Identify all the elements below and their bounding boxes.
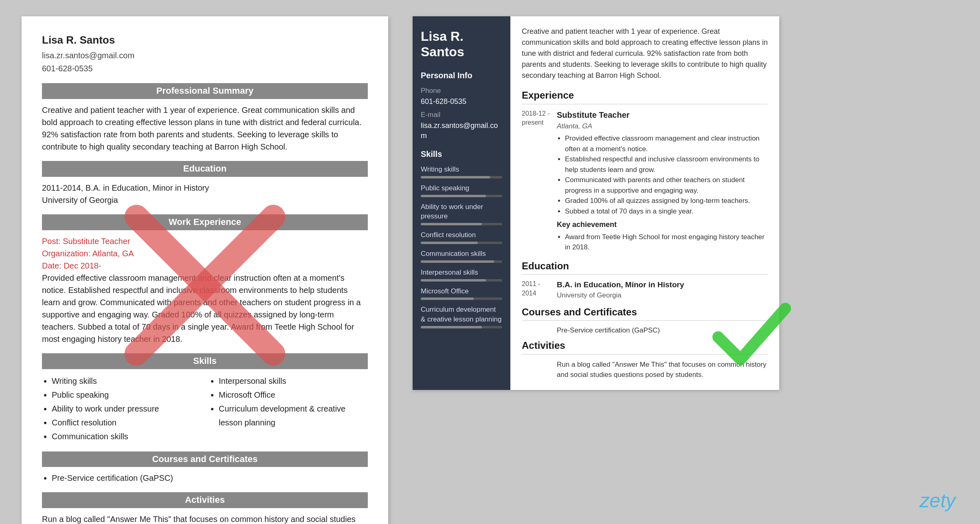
bad-skill-3: Ability to work under pressure	[52, 402, 201, 416]
bad-post-label: Post:	[42, 237, 63, 246]
good-activities-text: Run a blog called "Answer Me This" that …	[557, 359, 768, 380]
good-edu-degree: B.A. in Education, Minor in History	[557, 280, 684, 291]
good-bullet-2: Established respectful and inclusive cla…	[565, 154, 768, 175]
good-bullet-3: Communicated with parents and other teac…	[565, 175, 768, 196]
good-bullet-1: Provided effective classroom management …	[565, 133, 768, 154]
good-key-achievement-bullet: Award from Teetle High School for most e…	[557, 232, 768, 253]
bad-skill-2: Public speaking	[52, 388, 201, 402]
good-exp-date: 2018-12 -present	[522, 109, 550, 253]
bad-org-label: Organization:	[42, 249, 92, 258]
skill-interpersonal-label: Interpersonal skills	[421, 268, 502, 277]
bad-work-description: Provided effective classroom management …	[42, 273, 361, 343]
bad-skill-1: Writing skills	[52, 374, 201, 388]
skill-curriculum: Curriculum development & creative lesson…	[421, 305, 502, 328]
bad-skill-4: Conflict resolution	[52, 416, 201, 429]
skill-communication-label: Communication skills	[421, 249, 502, 259]
good-key-bullet-1: Award from Teetle High School for most e…	[565, 232, 768, 253]
good-bullet-5: Subbed a total of 70 days in a single ye…	[565, 206, 768, 217]
good-edu-details: B.A. in Education, Minor in History Univ…	[557, 280, 684, 300]
bad-resume: Lisa R. Santos lisa.zr.santos@gmail.com …	[22, 16, 388, 524]
good-exp-block: 2018-12 -present Substitute Teacher Atla…	[522, 109, 768, 253]
bad-courses-content: Pre-Service certification (GaPSC)	[42, 472, 368, 484]
skill-writing: Writing skills	[421, 165, 502, 178]
skill-pressure: Ability to work under pressure	[421, 202, 502, 226]
bad-org-value: Atlanta, GA	[92, 249, 134, 258]
bad-date-label: Date:	[42, 261, 64, 270]
good-edu-date: 2011 -2014	[522, 280, 550, 300]
bad-skill-8: Curriculum development & creative lesson…	[219, 402, 368, 429]
skill-writing-label: Writing skills	[421, 165, 502, 174]
main-container: Lisa R. Santos lisa.zr.santos@gmail.com …	[22, 16, 958, 524]
bad-skills-grid: Writing skills Public speaking Ability t…	[42, 374, 368, 443]
skill-communication: Communication skills	[421, 249, 502, 263]
bad-post-value: Substitute Teacher	[63, 237, 130, 246]
good-resume-main: Creative and patient teacher with 1 year…	[510, 16, 779, 390]
bad-work-title: Work Experience	[42, 214, 368, 230]
bad-activities-title: Activities	[42, 492, 368, 508]
good-personal-info-title: Personal Info	[421, 70, 502, 82]
bad-date-value: Dec 2018-	[64, 261, 101, 270]
good-exp-section-title: Experience	[522, 88, 768, 104]
skill-interpersonal: Interpersonal skills	[421, 268, 502, 282]
good-courses-section-title: Courses and Certificates	[522, 305, 768, 321]
good-edu-block: 2011 -2014 B.A. in Education, Minor in H…	[522, 280, 768, 300]
bad-activities-content: Run a blog called "Answer Me This" that …	[42, 513, 368, 524]
bad-skills-col1: Writing skills Public speaking Ability t…	[42, 374, 201, 443]
bad-skill-5: Communication skills	[52, 429, 201, 443]
skill-speaking-label: Public speaking	[421, 183, 502, 193]
skill-conflict-label: Conflict resolution	[421, 230, 502, 240]
bad-resume-phone: 601-628-0535	[42, 62, 368, 75]
good-cert-text: Pre-Service certification (GaPSC)	[557, 326, 768, 335]
skill-speaking: Public speaking	[421, 183, 502, 197]
bad-resume-name: Lisa R. Santos	[42, 33, 368, 47]
good-resume: Lisa R. Santos Personal Info Phone 601-6…	[413, 16, 779, 390]
good-edu-school: University of Georgia	[557, 291, 684, 300]
good-exp-details: Substitute Teacher Atlanta, GA Provided …	[557, 109, 768, 253]
good-resume-sidebar: Lisa R. Santos Personal Info Phone 601-6…	[413, 16, 510, 390]
good-resume-name: Lisa R. Santos	[421, 29, 502, 60]
bad-prof-summary-title: Professional Summary	[42, 83, 368, 99]
good-exp-title: Substitute Teacher	[557, 109, 768, 121]
skill-msoffice: Microsoft Office	[421, 286, 502, 300]
bad-skill-6: Interpersonal skills	[219, 374, 368, 388]
good-email-label: E-mail	[421, 110, 502, 120]
skill-msoffice-label: Microsoft Office	[421, 286, 502, 296]
good-phone-label: Phone	[421, 86, 502, 96]
good-email-value: lisa.zr.santos@gmail.com	[421, 121, 502, 141]
bad-skills-title: Skills	[42, 353, 368, 369]
skill-pressure-label: Ability to work under pressure	[421, 202, 502, 222]
bad-education-title: Education	[42, 161, 368, 177]
bad-courses-title: Courses and Certificates	[42, 451, 368, 467]
good-key-achievement-title: Key achievement	[557, 220, 768, 230]
bad-cert-1: Pre-Service certification (GaPSC)	[52, 472, 368, 484]
skill-conflict: Conflict resolution	[421, 230, 502, 244]
zety-logo: zety	[920, 489, 956, 512]
bad-work-content: Post: Substitute Teacher Organization: A…	[42, 235, 368, 345]
good-bullet-4: Graded 100% of all quizzes assigned by l…	[565, 196, 768, 206]
good-activities-section-title: Activities	[522, 339, 768, 354]
good-summary: Creative and patient teacher with 1 year…	[522, 26, 768, 81]
bad-skills-col2: Interpersonal skills Microsoft Office Cu…	[209, 374, 368, 443]
bad-prof-summary-content: Creative and patient teacher with 1 year…	[42, 104, 368, 153]
good-exp-bullets: Provided effective classroom management …	[557, 133, 768, 216]
bad-skill-7: Microsoft Office	[219, 388, 368, 402]
skill-curriculum-label: Curriculum development & creative lesson…	[421, 305, 502, 324]
bad-education-content: 2011-2014, B.A. in Education, Minor in H…	[42, 182, 368, 206]
good-skills-title: Skills	[421, 148, 502, 161]
good-exp-location: Atlanta, GA	[557, 121, 768, 131]
good-phone-value: 601-628-0535	[421, 97, 502, 107]
good-edu-section-title: Education	[522, 259, 768, 275]
bad-resume-email: lisa.zr.santos@gmail.com	[42, 49, 368, 62]
